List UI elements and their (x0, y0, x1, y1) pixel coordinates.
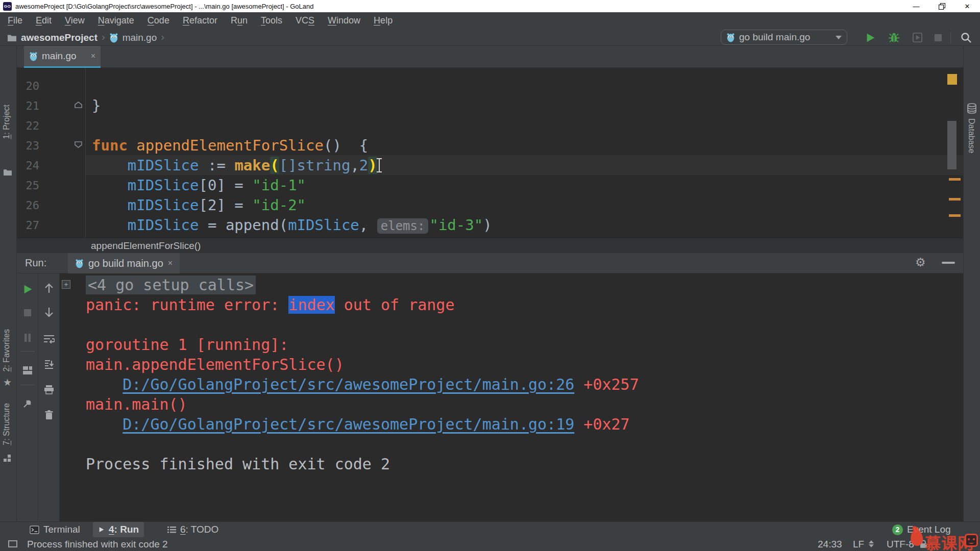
error-stripe-mark[interactable] (947, 74, 957, 85)
code-segment: []string (279, 157, 351, 174)
run-button[interactable] (862, 29, 879, 46)
line-separator-arrows-icon (869, 540, 874, 547)
code-segment (92, 196, 128, 214)
menu-code[interactable]: Code (141, 15, 176, 26)
code-segment: mIDSlice (288, 216, 359, 234)
search-everywhere-icon[interactable] (958, 29, 975, 46)
stop-icon[interactable] (17, 305, 38, 320)
close-tab-icon[interactable]: × (91, 52, 95, 61)
run-panel-title: Run: (25, 257, 46, 269)
soft-wrap-icon[interactable] (38, 331, 60, 346)
line-number: 21 (17, 99, 39, 112)
code-line-24: 24 mIDSlice := make([]string,2) (17, 155, 963, 175)
code-segment: mIDSlice (128, 177, 199, 194)
run-console[interactable]: +<4 go setup calls>panic: runtime error:… (60, 273, 963, 521)
tool-window-todo[interactable]: 6: TODO (162, 522, 224, 537)
tool-window-terminal[interactable]: Terminal (24, 522, 85, 537)
menu-help[interactable]: Help (367, 15, 399, 26)
clear-all-icon[interactable] (38, 407, 60, 422)
close-tab-icon[interactable]: × (168, 259, 173, 268)
scroll-to-end-icon[interactable] (38, 357, 60, 372)
settings-gear-icon[interactable]: ⚙ (915, 256, 926, 269)
menu-vcs[interactable]: VCS (289, 15, 321, 26)
console-line-9 (60, 434, 963, 454)
debug-button[interactable] (885, 29, 902, 46)
fold-marker-icon[interactable] (74, 141, 83, 151)
tool-window-favorites[interactable]: 2: Favorites (2, 329, 11, 372)
restore-layout-icon[interactable] (17, 363, 38, 378)
bottom-tool-bar: Terminal 4: Run 6: TODO 2 Event Log (0, 521, 980, 537)
code-text[interactable]: } (92, 96, 101, 115)
console-line-6: D:/Go/GolangProject/src/awesomeProject/m… (60, 374, 963, 394)
menu-file[interactable]: File (1, 15, 29, 26)
down-stack-trace-icon[interactable] (38, 305, 60, 320)
stacktrace-link[interactable]: D:/Go/GolangProject/src/awesomeProject/m… (122, 415, 574, 433)
status-bar: Process finished with exit code 2 24:33 … (0, 537, 980, 551)
stacktrace-link[interactable]: D:/Go/GolangProject/src/awesomeProject/m… (122, 375, 574, 393)
menu-tools[interactable]: Tools (254, 15, 289, 26)
toolbar-separator (20, 385, 35, 385)
tool-window-project[interactable]: 1: Project (2, 105, 11, 139)
code-line-22: 22 (17, 115, 963, 135)
code-segment: mIDSlice (128, 196, 199, 214)
caret-position[interactable]: 24:33 (818, 539, 842, 550)
code-segment: main.main() (86, 395, 187, 413)
code-segment: () { (324, 137, 368, 154)
breadcrumb-project[interactable]: awesomeProject (21, 32, 97, 43)
up-stack-trace-icon[interactable] (38, 281, 60, 296)
tab-main-go[interactable]: main.go × (24, 46, 101, 68)
code-text[interactable]: mIDSlice[0] = "id-1" (92, 176, 306, 194)
code-text[interactable]: mIDSlice := make([]string,2) (92, 156, 380, 174)
error-stripe-mark[interactable] (949, 214, 961, 217)
code-segment: Process finished with exit code 2 (86, 455, 390, 473)
restore-button[interactable] (929, 0, 954, 12)
run-panel-header: Run: go build main.go × ⚙ (17, 253, 963, 273)
editor-scrollbar[interactable] (947, 121, 957, 169)
menu-view[interactable]: View (58, 15, 91, 26)
error-stripe-mark[interactable] (949, 198, 961, 201)
print-icon[interactable] (38, 382, 60, 397)
pin-tab-icon[interactable] (17, 396, 38, 411)
code-segment: , (350, 157, 359, 174)
line-separator[interactable]: LF (853, 539, 864, 550)
code-segment: ) (368, 157, 377, 174)
pause-output-icon[interactable] (17, 330, 38, 345)
tool-window-database[interactable]: Database (967, 118, 976, 154)
tool-window-run[interactable]: 4: Run (93, 522, 144, 537)
code-text[interactable]: mIDSlice = append(mIDSlice, elems:"id-3"… (92, 216, 492, 235)
code-text[interactable]: func appendElementForSlice() { (92, 136, 368, 155)
tool-window-toggle-icon[interactable] (8, 540, 17, 547)
editor-tab-bar: main.go × (17, 46, 963, 68)
breadcrumb-file[interactable]: main.go (122, 32, 157, 43)
run-tab[interactable]: go build main.go × (68, 253, 180, 273)
code-segment: = append( (199, 216, 288, 234)
chevron-right-icon: › (102, 31, 105, 43)
line-number: 26 (17, 199, 39, 212)
run-with-coverage-button[interactable] (909, 29, 926, 46)
code-editor[interactable]: 2021}2223func appendElementForSlice() {2… (17, 68, 963, 238)
text-cursor-icon (379, 158, 380, 172)
tool-window-structure[interactable]: 7: Structure (2, 403, 11, 445)
menu-edit[interactable]: Edit (29, 15, 58, 26)
code-text[interactable]: mIDSlice[2] = "id-2" (92, 196, 306, 214)
face-logo-icon (965, 534, 978, 547)
menu-window[interactable]: Window (321, 15, 367, 26)
minimize-button[interactable]: — (903, 0, 929, 12)
stop-button[interactable] (929, 29, 947, 46)
fold-marker-icon[interactable] (74, 101, 83, 111)
close-button[interactable]: ✕ (954, 0, 980, 12)
run-toolbar-primary (17, 273, 38, 521)
project-folder-icon (3, 168, 12, 178)
menu-run[interactable]: Run (224, 15, 254, 26)
menu-refactor[interactable]: Refactor (176, 15, 224, 26)
code-segment: mIDSlice (128, 216, 199, 234)
code-segment: } (92, 97, 101, 114)
rerun-icon[interactable] (17, 282, 38, 297)
expand-fold-icon[interactable]: + (62, 280, 70, 289)
hide-panel-icon[interactable] (942, 262, 955, 264)
error-stripe-mark[interactable] (949, 178, 961, 181)
code-line-26: 26 mIDSlice[2] = "id-2" (17, 195, 963, 215)
breadcrumb-function[interactable]: appendElementForSlice() (91, 240, 201, 252)
menu-navigate[interactable]: Navigate (91, 15, 141, 26)
run-configuration-select[interactable]: go build main.go (721, 30, 847, 45)
